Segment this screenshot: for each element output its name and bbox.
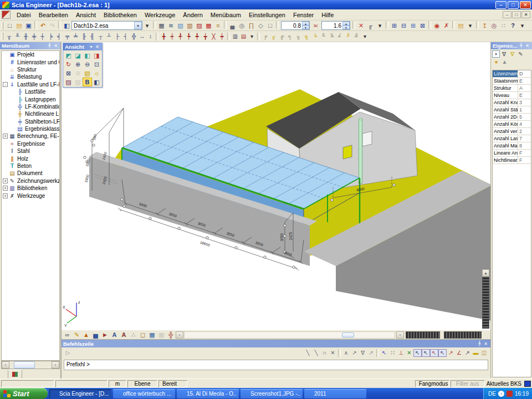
frame-icon-6[interactable]: ╗ [303, 33, 311, 40]
solid-view-icon[interactable]: ◧ [92, 78, 101, 86]
prop-row-struktur[interactable]: Struktur A [493, 85, 531, 92]
tray-app-icon[interactable] [507, 391, 513, 397]
task-al-di-meola[interactable]: 15. Al Di Meola - O... [177, 389, 239, 398]
frame-icon-5[interactable]: ╖ [294, 33, 303, 40]
menu-fenster[interactable]: Fenster [289, 11, 318, 19]
frames-dropdown-icon[interactable]: ▾ [361, 33, 369, 40]
scroll-right-icon[interactable]: › [396, 331, 404, 339]
tree-expander[interactable]: + [3, 134, 8, 139]
prop-row-lizenzname[interactable]: Lizenzname D [493, 70, 531, 78]
chart-icon[interactable]: ▅ [91, 330, 100, 339]
cylinder-icon[interactable]: ◫ [480, 349, 488, 357]
cursor-snap-angle-icon[interactable]: ∠ [455, 349, 463, 357]
viewport-vscroll[interactable]: ▲ [482, 42, 489, 330]
view-axo-icon[interactable]: ◨ [92, 51, 101, 60]
rotate-view-icon[interactable]: ↻ [64, 60, 73, 69]
prop-row-anzahl-lasten[interactable]: Anzahl Las... 7 [493, 135, 531, 142]
zoom-in-icon[interactable]: ⊕ [73, 60, 83, 69]
undo-icon[interactable]: ↶ [38, 21, 48, 30]
dim-icon-3[interactable]: ╫ [22, 33, 30, 40]
frame-icon-10[interactable]: ╛ [336, 33, 344, 40]
dim-icon-18[interactable]: ↕ [146, 33, 155, 40]
tree-item-holz[interactable]: ∥ Holz [2, 155, 59, 162]
dim-icon-5[interactable]: ┼ [38, 33, 47, 40]
snap-ortho-icon[interactable]: ⊥ [397, 349, 405, 357]
frame-icon-11[interactable]: ╜ [344, 33, 352, 40]
text-add-icon[interactable]: A [110, 330, 119, 339]
calc-icon[interactable]: ▦ [157, 21, 166, 30]
combo-dropdown-icon[interactable]: ▾ [142, 21, 152, 30]
view-eye-icon[interactable]: ◉ [432, 21, 442, 30]
clean-icon[interactable]: ✗ [442, 21, 451, 30]
ruler-icon[interactable]: ▬ [472, 349, 480, 357]
node-icon-1[interactable]: ╋ [160, 33, 168, 40]
clipboard-icon[interactable]: ▥ [185, 21, 195, 30]
snap-toggle-icon[interactable]: ✕ [405, 349, 413, 357]
snap-tangent-icon[interactable]: ↗ [350, 349, 359, 357]
tree-item-stahl[interactable]: I Stahl [2, 147, 59, 155]
snap-grid-icon[interactable]: ∷ [388, 349, 397, 357]
zoom-all-icon[interactable]: ⊠ [64, 69, 73, 78]
table-gray-icon[interactable]: ▦ [157, 330, 166, 339]
cursor-snap-mid-icon[interactable]: ↖ [430, 349, 438, 357]
cursor-snap-tan-icon[interactable]: ↗ [447, 349, 455, 357]
node-icon-4[interactable]: ╄ [185, 33, 193, 40]
keyboard-layout[interactable]: DE [488, 391, 496, 397]
section-icon[interactable]: ≍ [311, 21, 320, 30]
tree-expander[interactable]: + [3, 193, 8, 198]
abacus-icon[interactable]: ≡ [213, 21, 223, 30]
pan-bar[interactable] [444, 331, 482, 339]
mountain-icon[interactable]: ▲ [500, 58, 509, 66]
command-input[interactable]: Prefixhl > [64, 360, 488, 370]
task-screenshot1[interactable]: Screenshot1.JPG -... [241, 389, 303, 398]
save-icon[interactable]: ▣ [24, 21, 33, 30]
model-viewport[interactable]: 3400 3050 3050 3050 3050 3050 18650 560 … [61, 42, 490, 339]
viewport-hscroll-track[interactable] [184, 331, 395, 339]
node-icon-2[interactable]: ┽ [168, 33, 176, 40]
folder-dropdown-icon[interactable]: ▾ [466, 21, 475, 30]
menu-menuebaum[interactable]: Menübaum [207, 11, 245, 19]
tree-item-dokument[interactable]: ▤ Dokument [2, 170, 59, 177]
binocular-icon[interactable]: ∞ [63, 330, 72, 339]
layers-icon[interactable]: ≋ [166, 21, 176, 30]
scroll-left-icon[interactable]: ‹ [176, 331, 183, 339]
points-icon[interactable]: ∴ [129, 330, 138, 339]
dim-icon-7[interactable]: ╡ [55, 33, 63, 40]
document-icon[interactable]: □ [265, 21, 275, 30]
open-icon[interactable]: ▤ [14, 21, 24, 30]
toolbar-grip[interactable] [2, 33, 3, 40]
dot-grid-icon[interactable]: ∷ [499, 21, 508, 30]
frame-icon-8[interactable]: ╙ [319, 33, 328, 40]
tree-item-lf-kombinationen[interactable]: ╬ LF-Kombinationen [2, 103, 59, 110]
dim-icon-14[interactable]: ├ [113, 33, 121, 40]
import-icon[interactable]: ↥ [480, 21, 489, 30]
label-icon[interactable]: ╓ [366, 21, 375, 30]
close-icon[interactable]: ✕ [94, 44, 100, 49]
dim-icon-1[interactable]: ╥ [5, 33, 13, 40]
snap-perp-icon[interactable]: ∇ [359, 349, 367, 357]
image-view-icon[interactable]: ▨ [64, 78, 73, 86]
tree-item-struktur[interactable]: ⌂ Struktur [2, 66, 59, 73]
task-office-woerterbuch[interactable]: office wörterbuch ... [113, 389, 175, 398]
cursor-snap-int-icon[interactable]: ↖ [438, 349, 447, 357]
node-icon-8[interactable]: ┿ [218, 33, 226, 40]
prop-row-anzahl-2d[interactable]: Anzahl 2D-... 5 [493, 114, 531, 121]
menu-aendern[interactable]: Ändern [179, 11, 206, 19]
filter-active-icon[interactable]: ∇ [508, 50, 516, 58]
menu-werkzeuge[interactable]: Werkzeuge [141, 11, 179, 19]
node-icon-6[interactable]: ╈ [201, 33, 209, 40]
dim-icon-13[interactable]: ┴ [105, 33, 113, 40]
snap-extend-icon[interactable]: ↗ [367, 349, 375, 357]
zoom-document-icon[interactable]: ◎ [489, 21, 499, 30]
close-icon[interactable]: ✕ [483, 341, 489, 346]
menu-ansicht[interactable]: Ansicht [72, 11, 100, 19]
frame-icon-4[interactable]: ╕ [286, 33, 294, 40]
dim-icon-12[interactable]: ┬ [96, 33, 105, 40]
snap-angle-icon[interactable]: ∧ [342, 349, 350, 357]
tree-item-stahlbeton-lfk[interactable]: ╪ Stahlbeton-LFK [2, 118, 59, 125]
mdi-minimize-button[interactable]: – [503, 11, 511, 18]
tree-item-werkzeuge[interactable]: + ✗ Werkzeuge [2, 192, 59, 199]
prop-combo[interactable]: ▾ [492, 50, 500, 58]
snap-cross-icon[interactable]: ✕ [329, 349, 337, 357]
help-select-icon[interactable]: ? [508, 21, 518, 30]
